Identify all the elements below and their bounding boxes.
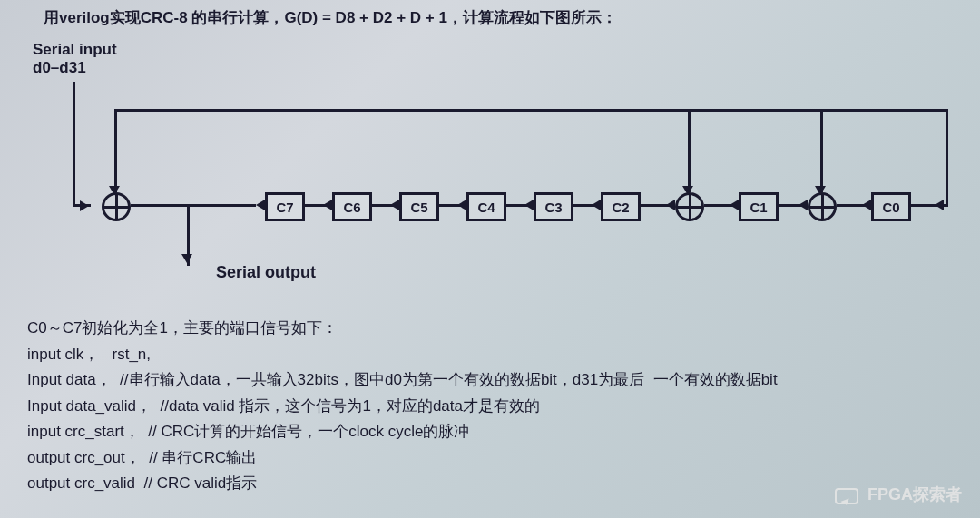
port-row-0: input clk， rst_n, [27,342,778,368]
feedback-up [946,109,948,207]
question-text: 用verilog实现CRC-8 的串行计算，G(D) = D8 + D2 + D… [44,7,617,28]
serial-output-label: Serial output [216,263,316,282]
tap-down-xor1 [820,109,823,192]
reg-c3: C3 [534,192,573,221]
serial-input-line1: Serial input [33,41,117,59]
port-comment-5: // CRC valid指示 [144,474,258,492]
arrow-tap-xor1 [815,186,826,195]
reg-c5: C5 [399,192,439,221]
arrow-c4 [457,200,466,210]
arrow-tap-xor2 [682,186,693,195]
port-row-3: input crc_start， // CRC计算的开始信号，一个clock c… [27,419,778,445]
arrow-c0 [862,200,871,210]
xor-input [102,192,131,221]
port-comment-3: // CRC计算的开始信号，一个clock cycle的脉冲 [148,423,469,440]
ports-header: C0～C7初始化为全1，主要的端口信号如下： [27,316,778,342]
serial-input-line2: d0–d31 [33,59,117,77]
wechat-icon [835,484,858,504]
reg-c4: C4 [466,192,506,221]
arrow-c7 [256,200,265,210]
arrow-c5 [390,200,399,210]
input-stub [73,204,91,207]
arrow-c2 [592,200,601,210]
arrow-fb-xorin [109,186,120,195]
port-sig-2: Input data_valid， [27,397,160,415]
port-comment-4: // 串行CRC输出 [149,449,257,466]
output-arrowdown [181,254,192,263]
xor-tap-c1 [808,192,837,221]
port-row-2: Input data_valid， //data valid 指示，这个信号为1… [27,394,778,420]
arrow-xor2 [666,200,675,210]
reg-c6: C6 [332,192,372,221]
xor-tap-c2 [675,192,704,221]
port-row-5: output crc_valid // CRC valid指示 [27,471,778,497]
arrow-xor1 [799,200,808,210]
port-sig-5: output crc_valid [27,474,144,492]
reg-c7: C7 [265,192,305,221]
feedback-down-xorin [114,109,117,192]
port-row-1: Input data， //串行输入data，一共输入32bits，图中d0为第… [27,367,778,394]
reg-c1: C1 [739,192,779,221]
port-sig-0: input clk， rst_n, [27,346,151,363]
port-comment-2: //data valid 指示，这个信号为1，对应的data才是有效的 [160,397,539,415]
arrow-feedback-in [935,200,944,210]
input-drop-line [73,82,75,204]
port-sig-3: input crc_start， [27,423,148,440]
serial-input-label: Serial input d0–d31 [33,41,117,78]
crc-diagram: C7 C6 C5 C4 C3 C2 C1 C0 [27,82,955,263]
arrow-c1 [730,200,739,210]
tap-down-xor2 [688,109,691,192]
seg-xorin-c7 [131,204,256,207]
reg-c0: C0 [871,192,911,221]
feedback-top [114,109,948,112]
port-sig-4: output crc_out， [27,449,149,466]
port-sig-1: Input data， [27,371,120,388]
port-row-4: output crc_out， // 串行CRC输出 [27,445,778,472]
arrow-c6 [323,200,332,210]
watermark: FPGA探索者 [835,484,962,505]
reg-c2: C2 [601,192,641,221]
arrow-c3 [524,200,534,210]
port-comment-1: //串行输入data，一共输入32bits，图中d0为第一个有效的数据bit，d… [120,371,778,388]
ports-block: C0～C7初始化为全1，主要的端口信号如下： input clk， rst_n,… [27,316,778,497]
watermark-text: FPGA探索者 [867,484,962,505]
